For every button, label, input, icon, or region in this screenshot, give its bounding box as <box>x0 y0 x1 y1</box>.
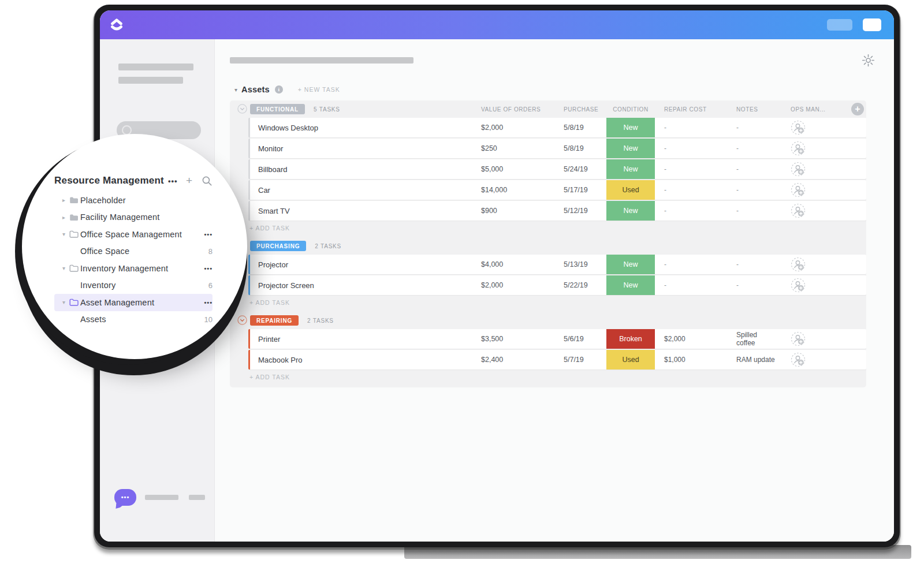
group-status-badge[interactable]: REPAIRING <box>250 315 299 326</box>
purchase-date-cell[interactable]: 5/8/19 <box>564 124 606 132</box>
settings-gear-icon[interactable] <box>861 53 875 70</box>
notes-cell[interactable]: - <box>727 124 776 132</box>
task-name[interactable]: Printer <box>250 335 481 344</box>
chevron-down-icon[interactable]: ▾ <box>234 87 237 93</box>
condition-badge[interactable]: Broken <box>606 329 655 349</box>
chevron-icon[interactable]: ▸ <box>62 197 69 203</box>
chevron-icon[interactable]: ▸ <box>62 214 69 221</box>
add-icon[interactable]: + <box>186 174 192 187</box>
task-name[interactable]: Car <box>250 186 481 195</box>
repair-cost-cell[interactable]: - <box>655 165 727 173</box>
purchase-date-cell[interactable]: 5/6/19 <box>564 335 606 343</box>
assignee-add-icon[interactable] <box>776 278 866 293</box>
condition-badge[interactable]: New <box>606 159 655 179</box>
ellipsis-menu-icon[interactable]: ••• <box>168 177 178 185</box>
chevron-icon[interactable]: ▾ <box>62 231 69 237</box>
task-name[interactable]: Projector <box>250 260 481 269</box>
notes-cell[interactable]: - <box>727 281 776 289</box>
assignee-add-icon[interactable] <box>776 182 866 197</box>
add-task-button[interactable]: + ADD TASK <box>249 299 866 306</box>
condition-badge[interactable]: New <box>606 255 655 274</box>
repair-cost-cell[interactable]: - <box>655 124 727 132</box>
column-header[interactable]: VALUE OF ORDERS <box>481 106 564 113</box>
chevron-icon[interactable]: ▾ <box>62 265 69 271</box>
chevron-icon[interactable]: ▾ <box>62 299 69 305</box>
assignee-add-icon[interactable] <box>776 120 866 135</box>
assignee-add-icon[interactable] <box>776 162 866 177</box>
table-row[interactable]: Projector $4,000 5/13/19 New - - <box>248 255 866 274</box>
ellipsis-menu-icon[interactable]: ••• <box>204 265 213 272</box>
value-of-orders-cell[interactable]: $4,000 <box>481 260 564 268</box>
value-of-orders-cell[interactable]: $900 <box>481 207 564 215</box>
group-status-badge[interactable]: FUNCTIONAL <box>250 104 305 114</box>
sidebar-tree-item[interactable]: Inventory 6 <box>54 277 213 294</box>
value-of-orders-cell[interactable]: $3,500 <box>481 335 564 343</box>
repair-cost-cell[interactable]: - <box>655 281 727 289</box>
group-collapse-icon[interactable] <box>237 104 247 114</box>
value-of-orders-cell[interactable]: $14,000 <box>481 186 564 194</box>
condition-badge[interactable]: Used <box>606 180 655 200</box>
condition-badge[interactable]: New <box>606 118 655 137</box>
table-row[interactable]: Printer $3,500 5/6/19 Broken $2,000 Spil… <box>248 329 866 349</box>
column-header[interactable]: REPAIR COST <box>655 106 727 113</box>
table-row[interactable]: Car $14,000 5/17/19 Used - - <box>248 180 866 200</box>
assignee-add-icon[interactable] <box>776 257 866 272</box>
sidebar-tree-item[interactable]: ▸ Facility Management <box>54 209 213 226</box>
purchase-date-cell[interactable]: 5/8/19 <box>564 144 606 152</box>
value-of-orders-cell[interactable]: $2,000 <box>481 124 564 132</box>
repair-cost-cell[interactable]: - <box>655 207 727 215</box>
column-header[interactable]: NOTES <box>727 106 776 113</box>
assignee-add-icon[interactable] <box>776 352 866 367</box>
column-header[interactable]: PURCHASE <box>564 106 606 113</box>
value-of-orders-cell[interactable]: $250 <box>481 144 564 152</box>
condition-badge[interactable]: New <box>606 201 655 221</box>
topbar-button-placeholder[interactable] <box>863 18 881 31</box>
purchase-date-cell[interactable]: 5/22/19 <box>564 281 606 289</box>
group-status-badge[interactable]: PURCHASING <box>250 241 306 251</box>
task-name[interactable]: Macbook Pro <box>250 356 481 364</box>
ellipsis-menu-icon[interactable]: ••• <box>204 299 213 306</box>
topbar-button-placeholder[interactable] <box>827 19 852 31</box>
notes-cell[interactable]: Spilled coffee <box>727 331 776 347</box>
task-name[interactable]: Windows Desktop <box>250 124 481 132</box>
value-of-orders-cell[interactable]: $2,400 <box>481 356 564 364</box>
repair-cost-cell[interactable]: $2,000 <box>655 335 727 343</box>
sidebar-tree-item[interactable]: ▾ Inventory Management ••• <box>54 260 213 277</box>
notes-cell[interactable]: - <box>727 165 776 173</box>
table-row[interactable]: Windows Desktop $2,000 5/8/19 New - - <box>248 118 866 137</box>
assignee-add-icon[interactable] <box>776 331 866 346</box>
add-task-button[interactable]: + ADD TASK <box>249 374 866 380</box>
purchase-date-cell[interactable]: 5/24/19 <box>564 165 606 173</box>
condition-badge[interactable]: Used <box>606 350 655 370</box>
table-row[interactable]: Monitor $250 5/8/19 New - - <box>248 139 866 158</box>
task-name[interactable]: Smart TV <box>250 207 481 215</box>
chat-bubble-icon[interactable]: ••• <box>114 489 136 506</box>
column-header[interactable]: CONDITION <box>606 106 655 113</box>
clickup-logo-icon[interactable] <box>109 17 124 32</box>
notes-cell[interactable]: - <box>727 144 776 152</box>
repair-cost-cell[interactable]: - <box>655 186 727 194</box>
condition-badge[interactable]: New <box>606 139 655 158</box>
group-collapse-icon[interactable] <box>237 315 247 325</box>
ellipsis-menu-icon[interactable]: ••• <box>204 231 213 238</box>
sidebar-tree-item[interactable]: ▾ Asset Management ••• <box>54 294 213 311</box>
add-task-button[interactable]: + ADD TASK <box>249 225 866 232</box>
repair-cost-cell[interactable]: $1,000 <box>655 356 727 364</box>
repair-cost-cell[interactable]: - <box>655 144 727 152</box>
sidebar-tree-item[interactable]: ▾ Office Space Management ••• <box>54 226 213 243</box>
value-of-orders-cell[interactable]: $5,000 <box>481 165 564 173</box>
purchase-date-cell[interactable]: 5/13/19 <box>564 260 606 268</box>
notes-cell[interactable]: - <box>727 207 776 215</box>
search-icon[interactable] <box>202 176 213 186</box>
sidebar-tree-item[interactable]: ▸ Placeholder <box>54 192 213 209</box>
info-icon[interactable]: i <box>275 85 283 94</box>
sidebar-tree-item[interactable]: Assets 10 <box>54 311 213 329</box>
sidebar-tree-item[interactable]: Office Space 8 <box>54 243 213 260</box>
notes-cell[interactable]: RAM update <box>727 356 776 364</box>
new-task-button[interactable]: + NEW TASK <box>298 86 340 93</box>
task-name[interactable]: Projector Screen <box>250 281 481 290</box>
purchase-date-cell[interactable]: 5/7/19 <box>564 356 606 364</box>
assignee-add-icon[interactable] <box>776 203 866 218</box>
assignee-add-icon[interactable] <box>776 141 866 156</box>
table-row[interactable]: Billboard $5,000 5/24/19 New - - <box>248 159 866 179</box>
